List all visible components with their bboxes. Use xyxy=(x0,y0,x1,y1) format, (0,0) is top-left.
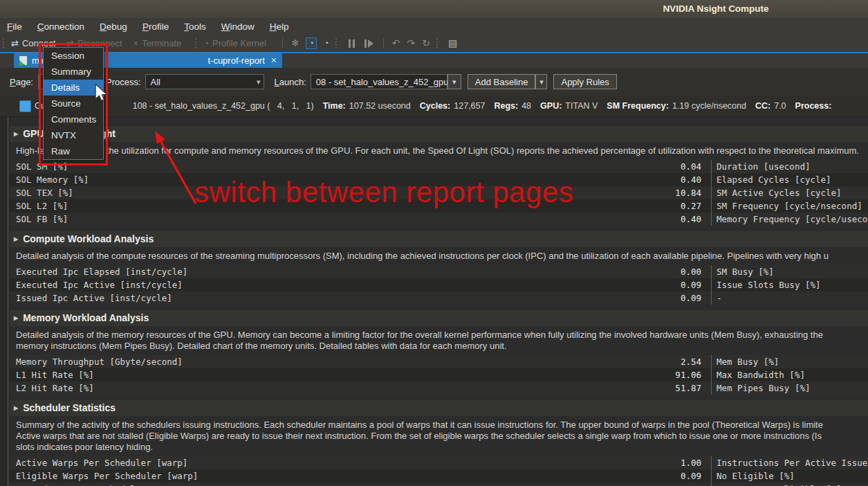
table-row: SOL Memory [%]0.40Elapsed Cycles [cycle] xyxy=(10,173,868,186)
step-over-icon[interactable]: ↷ xyxy=(407,38,416,48)
table-row: Executed Ipc Active [inst/cycle]0.09Issu… xyxy=(10,278,868,291)
terminate-button: × Terminate xyxy=(133,38,182,48)
section-description: High-level overview of the utilization f… xyxy=(16,145,868,156)
menu-item-nvtx[interactable]: NVTX xyxy=(44,127,103,143)
metric-name: Executed Ipc Active [inst/cycle] xyxy=(16,278,463,291)
stat-time: Time:107.52 usecond xyxy=(323,101,411,111)
metric-name: Executed Ipc Elapsed [inst/cycle] xyxy=(16,265,463,278)
menu-item-summary[interactable]: Summary xyxy=(44,64,103,80)
add-baseline-button[interactable]: Add Baseline xyxy=(468,74,536,89)
stat-value: TITAN V xyxy=(565,101,598,111)
pause-icon[interactable] xyxy=(349,39,355,48)
chevron-down-icon: ▾ xyxy=(452,78,456,87)
stat-label: Regs: xyxy=(494,101,518,111)
process-combobox[interactable]: All ▾ xyxy=(145,74,264,89)
stat-label: Cycles: xyxy=(420,101,450,111)
metric-value: 2.54 xyxy=(463,355,707,368)
stat-value: 48 xyxy=(521,101,531,111)
metric-value: 51.87 xyxy=(463,381,707,395)
stat-value: 1.19 cycle/nsecond xyxy=(672,101,746,111)
section-header-compute-workload[interactable]: ▶ Compute Workload Analysis xyxy=(10,231,868,247)
metric-name: L2 Hit Rate [%] xyxy=(16,381,463,395)
table-row: Eligible Warps Per Scheduler [warp]0.09N… xyxy=(10,469,868,483)
connect-icon: ⇄ xyxy=(11,38,19,48)
stat-label: Process: xyxy=(795,101,832,111)
stat-label: SM Frequency: xyxy=(607,101,669,111)
menu-connection[interactable]: Connection xyxy=(32,20,90,33)
expander-icon: ▶ xyxy=(14,400,18,416)
section-title: Compute Workload Analysis xyxy=(23,231,154,247)
section-header-memory-workload[interactable]: ▶ Memory Workload Analysis xyxy=(10,310,868,326)
stat-label: CC: xyxy=(755,101,770,111)
menu-item-comments[interactable]: Comments xyxy=(44,111,103,127)
description-line: Detailed analysis of the compute resourc… xyxy=(16,251,868,262)
menu-item-session[interactable]: Session xyxy=(44,48,103,64)
table-row: SOL SM [%]0.04Duration [usecond] xyxy=(10,160,868,173)
menu-item-raw[interactable]: Raw xyxy=(44,143,103,159)
section-header-gpu-speed-of-light[interactable]: ▶ GPU Speed Of Light xyxy=(10,126,868,142)
launch-label: Launch: xyxy=(275,77,306,87)
metric-name: Issued Ipc Active [inst/cycle] xyxy=(16,291,463,305)
stat-gpu: GPU:TITAN V xyxy=(540,101,598,111)
metric-value: 0.00 xyxy=(463,265,707,278)
apply-rules-button[interactable]: Apply Rules xyxy=(553,74,616,89)
menu-debug[interactable]: Debug xyxy=(94,20,133,33)
metric-value: 0.04 xyxy=(463,160,707,173)
expander-icon: ▶ xyxy=(14,310,18,326)
step-back-icon[interactable]: ↶ xyxy=(392,38,400,48)
launch-dropdown-button[interactable]: ▾ xyxy=(447,74,461,89)
add-baseline-dropdown-button[interactable]: ▾ xyxy=(535,74,547,89)
menu-item-details[interactable]: Details xyxy=(44,80,103,96)
menu-file[interactable]: File xyxy=(1,20,28,33)
metric-value: 0.27 xyxy=(463,199,707,213)
expander-icon: ▶ xyxy=(14,126,18,142)
menu-window[interactable]: Window xyxy=(216,20,260,33)
auto-profile-icon[interactable]: ◔ xyxy=(323,38,329,48)
metric-name: Active Warps Per Scheduler [warp] xyxy=(16,456,463,469)
menu-profile[interactable]: Profile xyxy=(137,20,174,33)
table-row: SOL FB [%]0.40Memory Frequency [cycle/us… xyxy=(10,213,868,226)
tab-label-right: t-cuprof-report xyxy=(207,55,264,66)
step-forward-icon[interactable]: ↻ xyxy=(422,38,430,48)
stat-label: GPU: xyxy=(540,101,562,111)
stat-value: 7.0 xyxy=(774,101,786,111)
toolbar-grip xyxy=(335,38,340,48)
description-line: High-level overview of the utilization f… xyxy=(16,145,868,156)
window-titlebar: NVIDIA Nsight Compute xyxy=(0,0,868,18)
table-row: Issued Warp Per Scheduler0.09One or More… xyxy=(10,483,868,486)
table-row: SOL TEX [%]10.84SM Active Cycles [cycle] xyxy=(10,186,868,199)
metric-name: L1 Hit Rate [%] xyxy=(16,368,463,381)
nsight-compute-window: NVIDIA Nsight Compute File Connection De… xyxy=(0,0,868,486)
toolbar-grip xyxy=(3,38,7,48)
metric-name-2: One or More Eligible [%] xyxy=(711,483,868,486)
metric-name-2: Issue Slots Busy [%] xyxy=(711,278,868,291)
document-tabbar: min t-cuprof-report × xyxy=(0,53,868,68)
metric-value: 0.09 xyxy=(463,291,707,305)
freeze-api-icon[interactable]: ❄ xyxy=(291,38,299,48)
stat-cycles: Cycles:127,657 xyxy=(420,101,486,111)
layers-icon[interactable]: ▤ xyxy=(448,38,457,48)
profile-kernel-mode-icon[interactable]: ◔ xyxy=(306,37,317,49)
launch-combobox[interactable]: 08 - set_halo_values_z_452_gpu xyxy=(311,74,447,89)
menu-help[interactable]: Help xyxy=(264,20,295,33)
main-toolbar: ⇄ Connect ⇄ Disconnect × Terminate ◔ Pro… xyxy=(0,35,868,52)
resume-icon[interactable] xyxy=(364,39,373,48)
report-details-page: ▶ GPU Speed Of Light High-level overview… xyxy=(0,117,868,486)
metric-value: 0.09 xyxy=(463,483,707,486)
current-kernel-checkbox[interactable] xyxy=(19,100,31,112)
terminate-label: Terminate xyxy=(142,38,181,48)
stat-process: Process: xyxy=(795,101,835,111)
description-line: Active warps that are not stalled (Eligi… xyxy=(16,431,868,442)
section-title: Scheduler Statistics xyxy=(23,400,116,416)
metric-name-2: SM Busy [%] xyxy=(711,265,868,278)
metric-name-2: Elapsed Cycles [cycle] xyxy=(711,173,868,186)
sol-table: SOL SM [%]0.04Duration [usecond] SOL Mem… xyxy=(10,160,868,226)
chevron-down-icon: ▾ xyxy=(539,78,544,87)
terminate-icon: × xyxy=(133,38,139,48)
tab-close-icon[interactable]: × xyxy=(271,56,277,65)
metric-name: Memory Throughput [Gbyte/second] xyxy=(16,355,463,368)
menu-tools[interactable]: Tools xyxy=(178,20,212,33)
process-combobox-value: All xyxy=(151,77,160,87)
section-header-scheduler-statistics[interactable]: ▶ Scheduler Statistics xyxy=(10,400,868,416)
menu-item-source[interactable]: Source xyxy=(44,96,103,111)
